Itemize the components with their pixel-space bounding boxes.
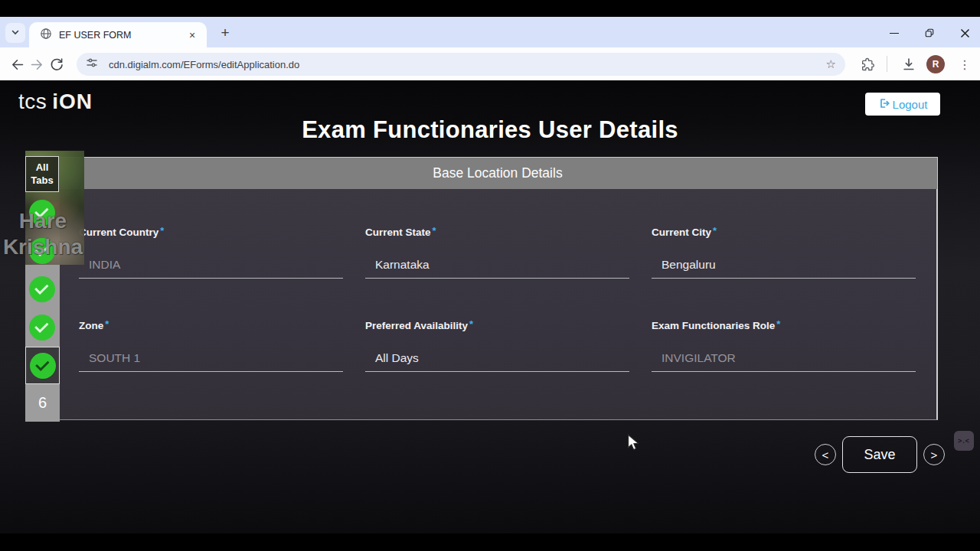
watermark-line2: Krishna [0, 234, 86, 260]
watermark-text: Hare Krishna [0, 208, 86, 260]
screen: EF USER FORM × + cdn.digial [0, 0, 980, 551]
all-tabs-button[interactable]: All Tabs [25, 156, 59, 192]
tab-6-button[interactable]: 6 [25, 384, 60, 422]
current-state-label: Current State [365, 227, 431, 238]
current-city-input[interactable]: Bengaluru [652, 251, 916, 279]
puzzle-icon [861, 57, 876, 72]
chevron-down-icon [11, 26, 20, 40]
required-asterisk: * [469, 318, 473, 330]
current-country-label: Current Country [79, 227, 158, 238]
save-button[interactable]: Save [842, 436, 917, 473]
back-icon [9, 57, 25, 73]
tab-title: EF USER FORM [59, 30, 185, 41]
page-title: Exam Functionaries User Details [0, 116, 980, 144]
all-tabs-line2: Tabs [31, 174, 53, 187]
exam-functionaries-role-input: INVIGILATOR [652, 344, 916, 372]
browser-menu-button[interactable]: ⋮ [957, 54, 972, 74]
logout-label: Logout [893, 98, 928, 111]
field-current-country: Current Country* INDIA [79, 227, 343, 279]
exam-functionaries-role-label: Exam Functionaries Role [652, 320, 775, 331]
browser-tabstrip: EF USER FORM × + [0, 17, 980, 47]
required-asterisk: * [776, 318, 780, 330]
logout-button[interactable]: Logout [865, 93, 940, 116]
logout-icon [878, 97, 890, 112]
close-window-button[interactable] [954, 22, 975, 44]
url-text: cdn.digialm.com/EForms/editApplication.d… [109, 59, 826, 70]
restore-button[interactable] [919, 22, 940, 44]
field-current-city: Current City* Bengaluru [652, 227, 916, 279]
window-controls [884, 22, 975, 44]
site-settings-icon[interactable] [86, 57, 98, 72]
restore-icon [923, 27, 936, 39]
field-current-state: Current State* Karnataka [365, 227, 629, 279]
field-zone: Zone* SOUTH 1 [79, 320, 343, 372]
forward-button[interactable] [27, 54, 47, 74]
tab-4-check-icon[interactable] [29, 315, 55, 341]
bookmark-star-icon[interactable]: ☆ [826, 57, 836, 71]
webpage: tcsiON Logout Exam Functionaries User De… [0, 80, 980, 533]
browser-toolbar: cdn.digialm.com/EForms/editApplication.d… [0, 47, 980, 80]
browser-tab[interactable]: EF USER FORM × [29, 22, 207, 47]
close-icon [960, 28, 970, 38]
tab-5-selected[interactable] [25, 347, 60, 384]
letterbox-bottom [0, 533, 980, 551]
mouse-cursor [626, 434, 642, 454]
reload-button[interactable] [47, 54, 67, 74]
preferred-availability-input[interactable]: All Days [365, 344, 629, 372]
toolbar-divider [887, 56, 887, 72]
next-button[interactable]: > [923, 444, 945, 465]
section-body: Current Country* INDIA Current State* Ka… [57, 189, 938, 420]
required-asterisk: * [160, 225, 164, 236]
field-preferred-availability: Preferred Availability* All Days [365, 320, 629, 372]
tab-3-check-icon[interactable] [29, 276, 55, 302]
recorder-overlay-button[interactable]: >.< [954, 431, 974, 451]
profile-avatar[interactable]: R [926, 55, 945, 73]
preferred-availability-label: Preferred Availability [365, 320, 468, 331]
required-asterisk: * [713, 225, 717, 236]
required-asterisk: * [105, 318, 109, 330]
minimize-button[interactable] [884, 22, 905, 44]
current-country-input: INDIA [79, 251, 343, 279]
all-tabs-line1: All [36, 161, 49, 174]
current-city-label: Current City [652, 227, 711, 238]
watermark-line1: Hare [0, 208, 86, 234]
tcs-ion-logo: tcsiON [18, 90, 93, 114]
letterbox-top [0, 0, 980, 17]
section-header: Base Location Details [57, 157, 938, 189]
current-state-input[interactable]: Karnataka [365, 251, 629, 279]
new-tab-button[interactable]: + [216, 24, 234, 42]
tab-5-check-icon [30, 353, 56, 379]
prev-button[interactable]: < [815, 444, 836, 465]
reload-icon [49, 57, 64, 72]
tab-search-button[interactable] [5, 23, 25, 43]
back-button[interactable] [7, 54, 27, 74]
url-bar[interactable]: cdn.digialm.com/EForms/editApplication.d… [77, 53, 845, 76]
logo-tcs-text: tcs [18, 90, 47, 113]
globe-icon [40, 28, 52, 43]
extensions-button[interactable] [858, 54, 878, 74]
tab-close-button[interactable]: × [185, 28, 199, 42]
base-location-panel: Base Location Details Current Country* I… [57, 157, 938, 420]
zone-label: Zone [79, 320, 103, 331]
logo-ion-text: iON [52, 90, 93, 113]
forward-icon [29, 57, 45, 73]
download-icon [901, 57, 916, 72]
minimize-icon [890, 33, 899, 34]
field-exam-functionaries-role: Exam Functionaries Role* INVIGILATOR [652, 320, 916, 372]
required-asterisk: * [433, 225, 436, 236]
zone-input: SOUTH 1 [79, 344, 343, 372]
downloads-button[interactable] [899, 54, 919, 74]
